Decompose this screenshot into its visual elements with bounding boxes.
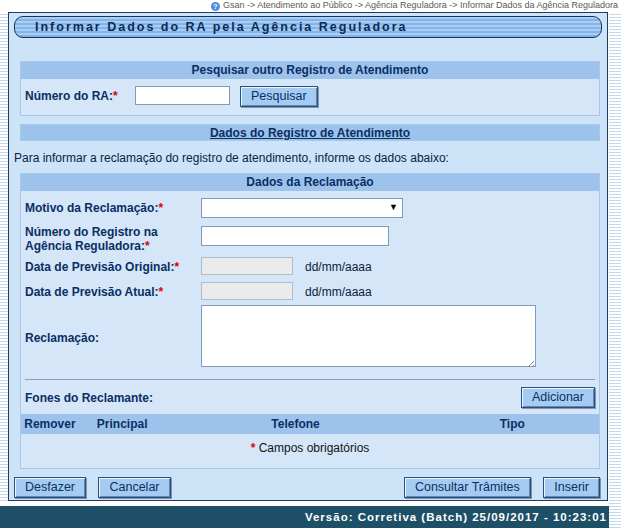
- instruction-text: Para informar a reclamação do registro d…: [14, 151, 449, 165]
- column-header-remover: Remover: [21, 414, 79, 434]
- right-edge-stripes: [609, 12, 621, 528]
- date-format-hint: dd/mm/aaaa: [305, 257, 372, 274]
- column-header-principal: Principal: [79, 414, 166, 434]
- add-phone-button[interactable]: Adicionar: [521, 387, 595, 408]
- required-fields-note: * Campos obrigatórios: [21, 441, 599, 455]
- complaint-section-title: Dados da Reclamação: [21, 174, 599, 191]
- required-asterisk: *: [159, 285, 164, 299]
- help-icon[interactable]: ?: [211, 2, 220, 11]
- consult-tramites-button[interactable]: Consultar Trâmites: [404, 477, 531, 498]
- numero-registro-label: Número do Registro na Agência Reguladora…: [25, 222, 201, 253]
- ra-number-label: Número do RA:*: [25, 86, 135, 103]
- search-ra-section-title: Pesquisar outro Registro de Atendimento: [21, 62, 599, 79]
- column-header-tipo: Tipo: [426, 414, 599, 434]
- required-asterisk: *: [113, 89, 118, 103]
- search-button[interactable]: Pesquisar: [240, 86, 318, 107]
- divider: [25, 379, 595, 380]
- search-ra-section: Pesquisar outro Registro de Atendimento …: [20, 61, 600, 116]
- fones-reclamante-label: Fones do Reclamante:: [25, 391, 153, 405]
- motivo-label: Motivo da Reclamação:*: [25, 198, 201, 215]
- undo-button[interactable]: Desfazer: [14, 477, 86, 498]
- data-previsao-original-label: Data de Previsão Original:*: [25, 257, 201, 274]
- left-edge-stripes: [0, 12, 8, 501]
- ra-number-input[interactable]: [135, 86, 230, 105]
- reclamacao-textarea[interactable]: [201, 305, 536, 367]
- phones-table-header: Remover Principal Telefone Tipo: [21, 414, 599, 434]
- breadcrumb-path: Gsan -> Atendimento ao Público -> Agênci…: [223, 0, 618, 10]
- page-title: Informar Dados do RA pela Agência Regula…: [14, 16, 602, 38]
- data-previsao-atual-label: Data de Previsão Atual:*: [25, 282, 201, 299]
- required-asterisk: *: [145, 239, 150, 253]
- data-previsao-original-input: [201, 257, 293, 275]
- insert-button[interactable]: Inserir: [543, 477, 600, 498]
- reclamacao-label: Reclamação:: [25, 331, 201, 345]
- complaint-section: Dados da Reclamação Motivo da Reclamação…: [20, 173, 600, 469]
- ra-data-header: Dados do Registro de Atendimento: [20, 124, 600, 141]
- data-previsao-atual-input: [201, 282, 293, 300]
- required-asterisk: *: [251, 441, 256, 455]
- motivo-select[interactable]: [201, 198, 403, 218]
- version-footer: Versão: Corretiva (Batch) 25/09/2017 - 1…: [0, 506, 621, 528]
- ra-data-header-link[interactable]: Dados do Registro de Atendimento: [210, 126, 410, 140]
- left-action-buttons: Desfazer Cancelar: [14, 477, 171, 498]
- date-format-hint: dd/mm/aaaa: [305, 282, 372, 299]
- column-header-telefone: Telefone: [165, 414, 425, 434]
- required-asterisk: *: [158, 201, 163, 215]
- right-action-buttons: Consultar Trâmites Inserir: [404, 477, 600, 498]
- numero-registro-input[interactable]: [201, 226, 389, 246]
- breadcrumb: ?Gsan -> Atendimento ao Público -> Agênc…: [0, 0, 621, 12]
- main-panel: Informar Dados do RA pela Agência Regula…: [8, 12, 608, 501]
- required-asterisk: *: [174, 260, 179, 274]
- cancel-button[interactable]: Cancelar: [98, 477, 170, 498]
